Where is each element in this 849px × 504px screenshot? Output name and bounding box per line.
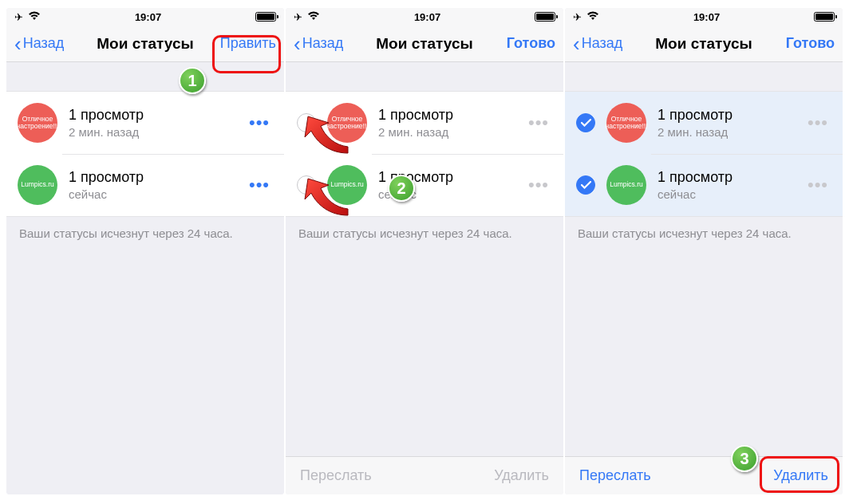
navbar: ‹ Назад Мои статусы Править bbox=[6, 26, 284, 62]
footer-note: Ваши статусы исчезнут через 24 часа. bbox=[6, 217, 284, 250]
status-list: Отличное настроение!!! 1 просмотр 2 мин.… bbox=[565, 91, 843, 217]
clock: 19:07 bbox=[414, 11, 440, 23]
status-bar: ✈︎ 19:07 bbox=[286, 8, 563, 26]
status-row[interactable]: Отличное настроение!!! 1 просмотр 2 мин.… bbox=[565, 92, 843, 154]
wifi-icon bbox=[307, 11, 320, 23]
back-label: Назад bbox=[23, 35, 65, 52]
avatar: Lumpics.ru bbox=[327, 165, 367, 205]
battery-icon bbox=[535, 12, 555, 22]
select-radio[interactable] bbox=[297, 175, 316, 195]
row-title: 1 просмотр bbox=[657, 169, 804, 186]
bottom-toolbar: Переслать Удалить bbox=[565, 456, 843, 494]
row-title: 1 просмотр bbox=[378, 169, 525, 186]
row-title: 1 просмотр bbox=[69, 107, 246, 124]
phone-2: ✈︎ 19:07 ‹ Назад Мои статусы Готово bbox=[286, 8, 563, 494]
more-button: ••• bbox=[525, 175, 552, 195]
content: Отличное настроение!!! 1 просмотр 2 мин.… bbox=[565, 62, 843, 494]
wifi-icon bbox=[586, 11, 599, 23]
delete-button[interactable]: Удалить bbox=[773, 467, 828, 484]
footer-note: Ваши статусы исчезнут через 24 часа. bbox=[565, 217, 843, 250]
row-subtitle: 2 мин. назад bbox=[657, 125, 804, 139]
avatar: Lumpics.ru bbox=[18, 165, 57, 205]
battery-icon bbox=[255, 12, 276, 22]
avatar: Отличное настроение!!! bbox=[327, 103, 367, 143]
phone-3: ✈︎ 19:07 ‹ Назад Мои статусы Готово bbox=[565, 8, 843, 494]
navbar: ‹ Назад Мои статусы Готово bbox=[565, 26, 843, 62]
more-button: ••• bbox=[804, 112, 831, 133]
status-row[interactable]: Lumpics.ru 1 просмотр сейчас ••• bbox=[565, 154, 843, 216]
clock: 19:07 bbox=[135, 11, 161, 23]
done-label: Готово bbox=[507, 35, 555, 52]
footer-note: Ваши статусы исчезнут через 24 часа. bbox=[286, 217, 563, 250]
back-button[interactable]: ‹ Назад bbox=[14, 33, 64, 54]
row-title: 1 просмотр bbox=[69, 169, 246, 186]
edit-button[interactable]: Править bbox=[220, 35, 276, 52]
avatar: Отличное настроение!!! bbox=[18, 103, 57, 143]
wifi-icon bbox=[28, 11, 41, 23]
status-row[interactable]: Отличное настроение!!! 1 просмотр 2 мин.… bbox=[286, 92, 563, 154]
back-label: Назад bbox=[302, 35, 344, 52]
phone-1: ✈︎ 19:07 ‹ Назад Мои статусы Править Отл… bbox=[6, 8, 284, 494]
content: Отличное настроение!!! 1 просмотр 2 мин.… bbox=[6, 62, 284, 494]
more-button: ••• bbox=[525, 112, 552, 133]
battery-icon bbox=[814, 12, 835, 22]
airplane-icon: ✈︎ bbox=[294, 11, 302, 23]
chevron-left-icon: ‹ bbox=[14, 33, 22, 54]
status-row[interactable]: Lumpics.ru 1 просмотр сейчас ••• bbox=[6, 154, 284, 216]
back-button[interactable]: ‹ Назад bbox=[573, 33, 622, 54]
chevron-left-icon: ‹ bbox=[573, 33, 580, 54]
row-subtitle: сейчас bbox=[69, 187, 246, 201]
clock: 19:07 bbox=[693, 11, 720, 23]
delete-button: Удалить bbox=[494, 467, 549, 484]
select-radio[interactable] bbox=[576, 175, 595, 195]
back-button[interactable]: ‹ Назад bbox=[294, 33, 343, 54]
more-button: ••• bbox=[804, 175, 831, 195]
navbar: ‹ Назад Мои статусы Готово bbox=[286, 26, 563, 62]
more-button[interactable]: ••• bbox=[246, 112, 273, 133]
page-title: Мои статусы bbox=[376, 35, 473, 53]
avatar: Lumpics.ru bbox=[606, 165, 646, 205]
row-subtitle: сейчас bbox=[657, 187, 804, 201]
row-subtitle: 2 мин. назад bbox=[378, 125, 525, 139]
select-radio[interactable] bbox=[576, 113, 595, 132]
edit-label: Править bbox=[220, 35, 276, 52]
done-button[interactable]: Готово bbox=[507, 35, 555, 52]
status-list: Отличное настроение!!! 1 просмотр 2 мин.… bbox=[286, 91, 563, 217]
status-bar: ✈︎ 19:07 bbox=[6, 8, 284, 26]
done-button[interactable]: Готово bbox=[786, 35, 835, 52]
airplane-icon: ✈︎ bbox=[14, 11, 23, 23]
page-title: Мои статусы bbox=[97, 35, 194, 53]
status-list: Отличное настроение!!! 1 просмотр 2 мин.… bbox=[6, 91, 284, 217]
content: Отличное настроение!!! 1 просмотр 2 мин.… bbox=[286, 62, 563, 494]
back-label: Назад bbox=[582, 35, 623, 52]
airplane-icon: ✈︎ bbox=[573, 11, 582, 23]
row-title: 1 просмотр bbox=[378, 107, 525, 124]
row-subtitle: 2 мин. назад bbox=[69, 125, 246, 139]
select-radio[interactable] bbox=[297, 113, 316, 132]
status-row[interactable]: Lumpics.ru 1 просмотр сейчас ••• bbox=[286, 154, 563, 216]
status-row[interactable]: Отличное настроение!!! 1 просмотр 2 мин.… bbox=[6, 92, 284, 154]
more-button[interactable]: ••• bbox=[246, 175, 273, 195]
avatar: Отличное настроение!!! bbox=[606, 103, 646, 143]
chevron-left-icon: ‹ bbox=[294, 33, 301, 54]
status-bar: ✈︎ 19:07 bbox=[565, 8, 843, 26]
row-title: 1 просмотр bbox=[657, 107, 804, 124]
forward-button[interactable]: Переслать bbox=[579, 467, 651, 484]
bottom-toolbar: Переслать Удалить bbox=[286, 456, 563, 494]
row-subtitle: сейчас bbox=[378, 187, 525, 201]
page-title: Мои статусы bbox=[655, 35, 752, 53]
done-label: Готово bbox=[786, 35, 835, 52]
forward-button: Переслать bbox=[300, 467, 372, 484]
